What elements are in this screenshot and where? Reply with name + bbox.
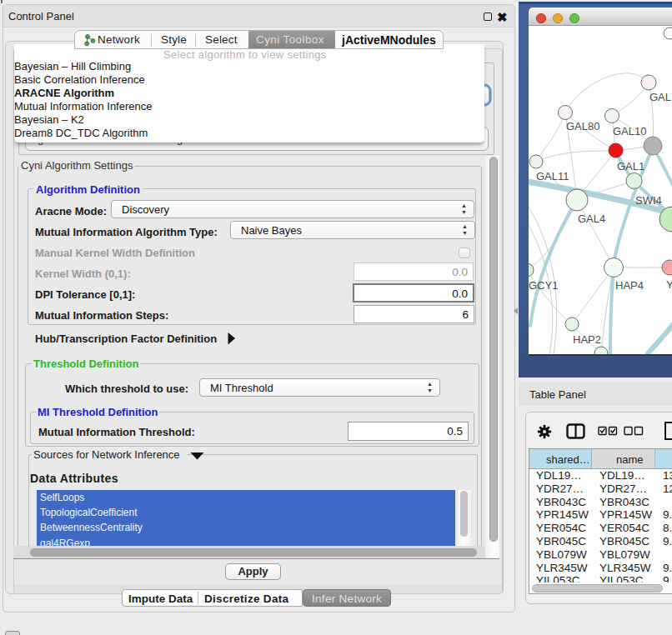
svg-text:GAL80: GAL80 <box>566 120 599 132</box>
svg-text:HAP2: HAP2 <box>573 333 601 346</box>
svg-text:GAL11: GAL11 <box>536 170 569 182</box>
svg-text:GAL1: GAL1 <box>617 160 644 172</box>
svg-text:GCY1: GCY1 <box>529 279 558 292</box>
svg-text:GAL7: GAL7 <box>649 91 672 103</box>
svg-text:HAP4: HAP4 <box>615 279 644 292</box>
svg-text:GAL4: GAL4 <box>578 212 605 225</box>
svg-text:SWI4: SWI4 <box>635 194 662 207</box>
svg-text:Y: Y <box>666 278 672 291</box>
svg-text:GAL10: GAL10 <box>613 125 646 138</box>
